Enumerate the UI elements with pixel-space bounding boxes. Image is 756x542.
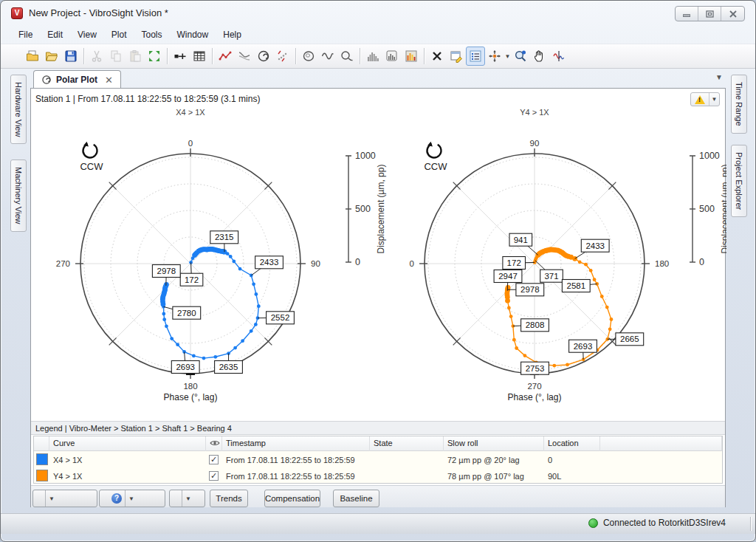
chevron-down-icon[interactable]: ▼ [125,490,137,507]
menubar: FileEditViewPlotToolsWindowHelp [1,26,755,44]
toolbar-separator [212,48,213,64]
column-header-curve[interactable]: Curve [49,436,206,451]
column-header-timestamp[interactable]: Timestamp [222,436,370,451]
help-icon[interactable]: ? [111,493,122,504]
group-all-selector[interactable]: ?▼ [99,490,165,507]
layout-selector[interactable]: ▼ [169,490,205,507]
tab-polar-plot[interactable]: Polar Plot ✕ [33,70,121,89]
bar-graph-button[interactable] [363,47,382,66]
dock-tab-time-range[interactable]: Time Range [731,75,747,134]
document-tabbar: Polar Plot ✕ ▼ [30,69,727,88]
zoom-fit-button[interactable] [485,47,504,66]
bode-button[interactable] [235,47,254,66]
trends-button-label: Trends [210,494,247,503]
column-header-state[interactable]: State [370,436,444,451]
toolbar-separator [83,48,84,64]
menu-file[interactable]: File [11,27,40,42]
curve-point [254,292,258,296]
zoom-fit-dropdown-icon[interactable]: ▼ [504,53,511,60]
phase-axis-label: Phase (°, lag) [164,392,218,402]
paste-button[interactable] [126,47,145,66]
waveform-button[interactable] [318,47,337,66]
copy-button[interactable] [106,47,126,66]
cell-slow_roll: 78 µm pp @ 107° lag [444,469,544,485]
properties-button[interactable] [447,47,466,66]
machine-train-button[interactable] [171,47,190,66]
curve-point [589,269,593,272]
baseline-button[interactable]: Baseline [333,490,379,507]
column-header-blank[interactable] [34,436,49,451]
restore-button[interactable] [698,7,721,21]
scale-tick-label: 500 [355,204,371,214]
spectrum-button[interactable] [382,47,402,66]
menu-view[interactable]: View [70,27,104,42]
orbit-button[interactable] [299,47,318,66]
titlebar[interactable]: V New Project - VibroSight Vision * [1,1,755,26]
cell-location: 90L [544,469,600,485]
scale-tick-label: 500 [699,204,715,214]
menu-edit[interactable]: Edit [40,27,70,42]
arrange-button[interactable] [145,47,164,66]
curve-point [233,346,237,350]
tab-overflow-chevron-icon[interactable]: ▼ [715,73,723,81]
curve-point [238,267,242,271]
polar-plot-panel: Station 1 | From 17.08.11 18:22:55 to 18… [30,88,726,507]
polar-plots-canvas[interactable]: 090180270Phase (°, lag)X4 > 1XCCW0500100… [31,106,726,412]
curve-point [165,324,168,328]
radial-axis-title: Displacement (µm, pp) [376,165,386,254]
curve-point [515,346,518,350]
open-button[interactable] [42,47,61,66]
trend-button[interactable] [216,47,235,66]
polar-button[interactable] [254,47,273,66]
legend-table-header: CurveTimestampStateSlow rollLocation [34,436,722,451]
close-button[interactable] [721,7,744,21]
visibility-checkbox[interactable]: ✓ [209,455,219,464]
point-label-text: 2635 [219,363,238,371]
menu-help[interactable]: Help [216,27,249,42]
warning-icon [695,95,705,104]
zoom-button[interactable] [511,47,530,66]
trends-button[interactable]: Trends [210,490,248,507]
warning-dropdown-button[interactable]: ▼ [690,92,720,106]
dock-tab-hardware-view[interactable]: Hardware View [10,75,27,144]
delete-button[interactable] [427,47,447,66]
column-header-location[interactable]: Location [544,436,600,451]
curve-point [608,327,612,331]
chevron-down-icon[interactable]: ▼ [45,490,58,507]
point-label-text: 2581 [567,281,586,290]
save-icon [64,49,78,63]
compensation-button[interactable]: Compensation [264,490,320,507]
chevron-down-icon[interactable]: ▼ [182,490,194,507]
cut-button[interactable] [87,47,106,66]
waterfall-button[interactable] [402,47,421,66]
column-header-slow-roll[interactable]: Slow roll [444,436,544,451]
dock-tab-project-explorer[interactable]: Project Explorer [731,145,747,217]
table-button[interactable] [190,47,209,66]
column-header-blank[interactable] [600,436,722,451]
visibility-column-header[interactable] [206,436,222,451]
delete-icon [430,49,444,63]
menu-tools[interactable]: Tools [134,27,170,42]
toolbar-separator [424,48,425,64]
cursor-button[interactable] [549,47,568,66]
menu-window[interactable]: Window [170,27,216,42]
toolbar-separator [360,48,360,64]
new-button[interactable] [23,47,42,66]
tab-close-icon[interactable]: ✕ [102,75,113,86]
angle-label-left: 0 [410,259,414,268]
shaft-centerline-button[interactable] [273,47,292,66]
dock-tab-machinery-view[interactable]: Machinery View [10,159,27,231]
save-button[interactable] [61,47,80,66]
menu-plot[interactable]: Plot [104,27,134,42]
curve-point [523,354,527,357]
legend-button[interactable] [466,47,485,66]
baseline-button-label: Baseline [334,494,378,503]
visibility-checkbox[interactable]: ✓ [209,471,219,481]
speed-selector[interactable]: ▼ [32,490,97,507]
minimize-button[interactable] [676,7,698,21]
pan-button[interactable] [530,47,549,66]
curve-point [600,295,604,298]
orbit-timebase-icon [340,49,354,63]
table-icon [193,49,206,63]
orbit-timebase-button[interactable] [337,47,357,66]
